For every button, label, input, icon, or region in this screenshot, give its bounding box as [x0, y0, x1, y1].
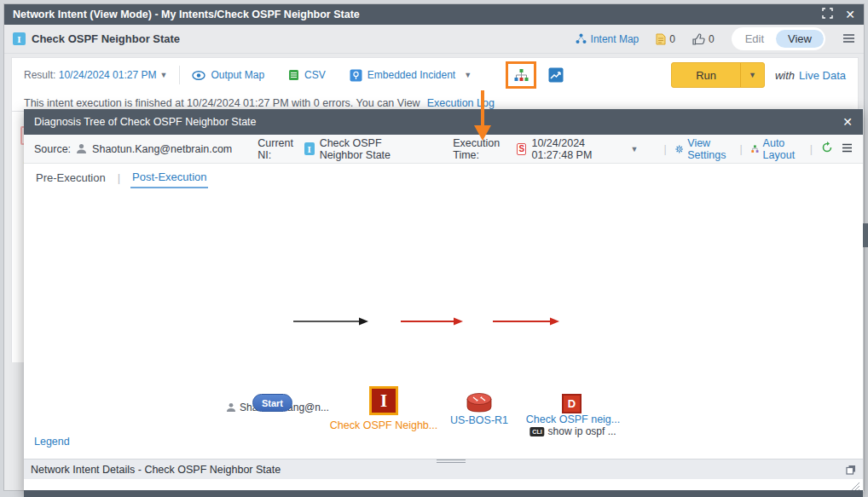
- snapshot-badge-icon: S: [517, 143, 526, 155]
- chart-view-button[interactable]: [548, 67, 564, 83]
- incident-icon: [350, 69, 362, 82]
- status-text: This intent execution is finished at 10/…: [24, 97, 420, 109]
- like-count[interactable]: 0: [692, 33, 715, 45]
- intent-badge-icon: I: [13, 32, 26, 45]
- source-value: Shaotun.Kang@netbrain.com: [92, 143, 232, 155]
- execution-time-value: 10/24/2024 01:27:48 PM: [531, 137, 622, 161]
- dialog-close-icon[interactable]: ✕: [842, 115, 853, 129]
- auto-layout-icon: [751, 143, 759, 154]
- flow-cli-command: CLI show ip ospf ...: [529, 425, 616, 437]
- execution-toolbar: Result: 10/24/2024 01:27 PM ▼ Output Map…: [12, 58, 858, 92]
- dialog-menu-icon[interactable]: [842, 143, 853, 155]
- current-ni-field: Current NI: I Check OSPF Neighbor State: [258, 137, 427, 161]
- execution-panel: Result: 10/24/2024 01:27 PM ▼ Output Map…: [11, 57, 859, 112]
- source-field: Source: Shaotun.Kang@netbrain.com: [34, 143, 232, 155]
- diagnosis-tree-icon: [514, 68, 529, 82]
- menu-icon[interactable]: [842, 32, 855, 47]
- gear-icon: [675, 143, 684, 155]
- run-button[interactable]: Run: [672, 69, 740, 82]
- live-data-link[interactable]: Live Data: [799, 69, 846, 82]
- intent-map-link[interactable]: Intent Map: [576, 33, 639, 45]
- diagnosis-canvas[interactable]: Shaotun.Kang@n... Start I Check OSPF Nei…: [25, 191, 862, 455]
- details-content-strip: [24, 479, 863, 490]
- intent-map-icon: [576, 33, 587, 44]
- flow-intent-node-label: Check OSPF Neighb...: [330, 419, 437, 431]
- document-icon: [656, 33, 666, 45]
- flow-diagnosis-node[interactable]: D: [562, 394, 582, 413]
- intent-badge-icon: I: [304, 142, 315, 155]
- chart-icon: [548, 67, 564, 83]
- current-ni-value: Check OSPF Neighbor State: [320, 137, 428, 161]
- result-label: Result:: [24, 69, 55, 81]
- result-selector[interactable]: Result: 10/24/2024 01:27 PM ▼: [24, 69, 167, 81]
- flow-diagnosis-label: Check OSPF neig...: [526, 413, 620, 425]
- csv-file-icon: [288, 69, 299, 81]
- dialog-bottom-edge: [24, 490, 863, 497]
- execution-time-field[interactable]: Execution Time: S 10/24/2024 01:27:48 PM…: [453, 137, 638, 161]
- view-settings-button[interactable]: View Settings: [675, 137, 732, 161]
- tab-pre-execution[interactable]: Pre-Execution: [34, 168, 107, 188]
- scrollbar-thumb[interactable]: [863, 223, 868, 247]
- run-dropdown-caret[interactable]: ▼: [741, 71, 764, 79]
- execution-tabs: Pre-Execution | Post-Execution: [24, 164, 863, 191]
- view-toggle[interactable]: View: [776, 30, 824, 48]
- resize-grip-icon[interactable]: [851, 481, 860, 488]
- dialog-title: Diagnosis Tree of Check OSPF Neighbor St…: [34, 116, 257, 128]
- dialog-header: Diagnosis Tree of Check OSPF Neighbor St…: [24, 109, 863, 135]
- chevron-down-icon: ▼: [631, 145, 639, 153]
- window-titlebar: Network Intent (View Mode) - My Intents/…: [4, 4, 864, 25]
- chevron-down-icon: ▼: [464, 71, 472, 79]
- details-bar-title: Network Intent Details - Check OSPF Neig…: [31, 464, 281, 476]
- dialog-info-row: Source: Shaotun.Kang@netbrain.com Curren…: [24, 135, 863, 164]
- intent-headerbar: I Check OSPF Neighbor State Intent Map 0…: [4, 25, 864, 54]
- flow-start-node[interactable]: Start: [252, 394, 292, 412]
- result-value: 10/24/2024 01:27 PM: [59, 69, 157, 81]
- diagnosis-tree-dialog: Diagnosis Tree of Check OSPF Neighbor St…: [24, 109, 863, 497]
- user-icon: [76, 143, 87, 154]
- flow-intent-node[interactable]: I: [369, 386, 398, 415]
- auto-layout-button[interactable]: Auto Layout: [751, 137, 801, 161]
- legend-link[interactable]: Legend: [34, 436, 70, 448]
- drag-handle[interactable]: [437, 459, 466, 463]
- note-count[interactable]: 0: [656, 33, 675, 45]
- embedded-incident-dropdown[interactable]: Embedded Incident ▼: [350, 69, 472, 82]
- flow-device-label: US-BOS-R1: [450, 414, 508, 426]
- network-intent-details-bar[interactable]: Network Intent Details - Check OSPF Neig…: [24, 459, 863, 479]
- window-title: Network Intent (View Mode) - My Intents/…: [13, 9, 360, 20]
- diagnosis-tree-button[interactable]: [506, 61, 536, 89]
- popout-icon[interactable]: [846, 465, 856, 475]
- execution-log-link[interactable]: Execution Log: [427, 97, 495, 109]
- eye-icon: [192, 71, 205, 80]
- run-split-button: Run ▼: [671, 62, 765, 88]
- csv-button[interactable]: CSV: [288, 69, 326, 81]
- chevron-down-icon: ▼: [159, 71, 167, 79]
- thumbs-up-icon: [692, 33, 705, 45]
- intent-name: Check OSPF Neighbor State: [32, 32, 180, 45]
- output-map-button[interactable]: Output Map: [192, 69, 264, 81]
- edit-toggle[interactable]: Edit: [733, 30, 776, 48]
- fullscreen-icon[interactable]: [822, 8, 833, 21]
- with-label: with: [775, 69, 795, 82]
- refresh-icon[interactable]: [821, 142, 833, 156]
- edit-view-toggle: Edit View: [732, 27, 825, 50]
- close-icon[interactable]: ✕: [845, 8, 855, 21]
- cli-badge-icon: CLI: [529, 427, 544, 436]
- tab-post-execution[interactable]: Post-Execution: [130, 167, 208, 188]
- user-icon: [226, 402, 236, 413]
